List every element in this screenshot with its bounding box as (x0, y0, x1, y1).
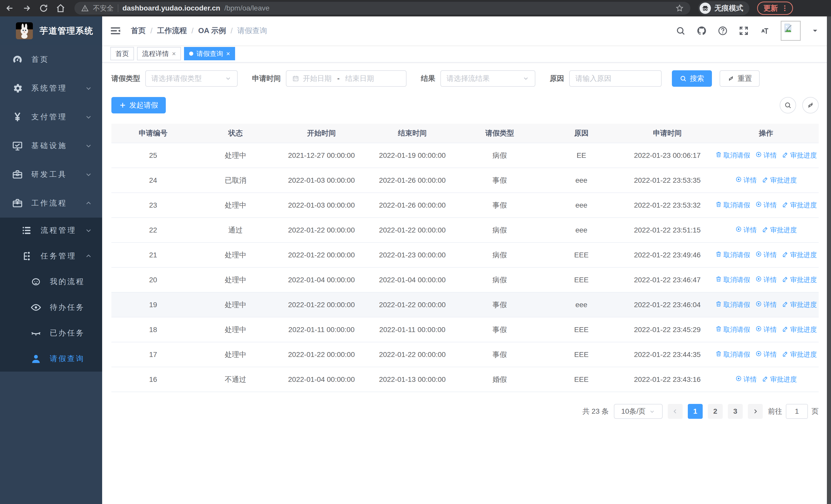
home-icon[interactable] (56, 4, 65, 13)
progress-link[interactable]: 审批进度 (782, 250, 817, 260)
user-avatar[interactable] (781, 21, 801, 41)
cancel-leave-link[interactable]: 取消请假 (715, 201, 750, 210)
sidebar-item-sub-1[interactable]: 任务管理 (0, 243, 102, 269)
sidebar-item-sub-2[interactable]: 我的流程 (0, 269, 102, 295)
page-button-2[interactable]: 2 (708, 404, 723, 419)
cancel-leave-link[interactable]: 取消请假 (715, 350, 750, 359)
progress-link[interactable]: 审批进度 (782, 325, 817, 334)
not-secure-label: 不安全 (93, 4, 114, 13)
breadcrumb-item[interactable]: 工作流程 (157, 26, 187, 36)
forward-icon[interactable] (22, 4, 31, 13)
sidebar-item-sub-4[interactable]: 已办任务 (0, 320, 102, 346)
cell-申请时间: 2022-01-23 00:06:17 (621, 151, 713, 159)
tab-label: 流程详情 (142, 49, 169, 58)
fullscreen-icon[interactable] (739, 26, 749, 36)
reload-icon[interactable] (39, 4, 48, 13)
cancel-leave-link[interactable]: 取消请假 (715, 250, 750, 260)
detail-link[interactable]: 详情 (755, 250, 777, 260)
detail-link[interactable]: 详情 (755, 151, 777, 160)
help-icon[interactable] (718, 26, 728, 36)
main-area: 首页/工作流程/OA 示例/请假查询 首页流程详情×请假查询× 请假类型 请选择… (102, 17, 831, 504)
app-logo[interactable]: 芋道管理系统 (0, 17, 102, 45)
action-label: 审批进度 (790, 350, 817, 359)
tab-首页[interactable]: 首页 (110, 47, 134, 60)
detail-link[interactable]: 详情 (735, 176, 757, 185)
cell-状态: 不通过 (195, 375, 276, 384)
cancel-leave-link[interactable]: 取消请假 (715, 325, 750, 334)
show-search-button[interactable] (780, 97, 796, 113)
breadcrumb-item[interactable]: OA 示例 (198, 26, 226, 36)
delete-icon (715, 151, 722, 159)
chevron-down-icon (85, 142, 92, 150)
progress-link[interactable]: 审批进度 (762, 176, 797, 185)
sidebar-item-top-3[interactable]: 基础设施 (0, 131, 102, 160)
action-label: 详情 (764, 275, 777, 284)
progress-link[interactable]: 审批进度 (782, 151, 817, 160)
chevron-down-icon[interactable] (811, 27, 819, 34)
start-date-placeholder: 开始日期 (303, 73, 332, 83)
cancel-leave-link[interactable]: 取消请假 (715, 275, 750, 284)
browser-update-button[interactable]: 更新 (757, 2, 793, 15)
progress-link[interactable]: 审批进度 (782, 300, 817, 309)
progress-link[interactable]: 审批进度 (782, 275, 817, 284)
briefcase-icon (12, 198, 23, 209)
bookmark-star-icon[interactable] (676, 4, 684, 12)
cell-原因: EEE (542, 376, 621, 384)
sidebar-item-label: 研发工具 (31, 169, 67, 180)
close-icon[interactable]: × (226, 50, 230, 57)
cancel-leave-link[interactable]: 取消请假 (715, 300, 750, 309)
font-size-icon[interactable] (760, 26, 770, 36)
detail-link[interactable]: 详情 (755, 325, 777, 334)
sidebar-item-sub-0[interactable]: 流程管理 (0, 217, 102, 243)
create-leave-button[interactable]: 发起请假 (111, 97, 166, 113)
detail-link[interactable]: 详情 (755, 300, 777, 309)
reset-button[interactable]: 重置 (720, 70, 760, 87)
github-icon[interactable] (696, 26, 707, 36)
next-page-button[interactable] (748, 404, 763, 419)
detail-link[interactable]: 详情 (755, 201, 777, 210)
page-button-1[interactable]: 1 (688, 404, 703, 419)
progress-link[interactable]: 审批进度 (782, 201, 817, 210)
cancel-leave-link[interactable]: 取消请假 (715, 151, 750, 160)
detail-link[interactable]: 详情 (755, 275, 777, 284)
sidebar-item-top-1[interactable]: 系统管理 (0, 74, 102, 102)
result-select[interactable]: 请选择流结果 (440, 70, 535, 87)
detail-link[interactable]: 详情 (735, 226, 757, 235)
progress-link[interactable]: 审批进度 (762, 226, 797, 235)
page-size-select[interactable]: 10条/页 (614, 404, 663, 419)
hamburger-icon[interactable] (110, 25, 121, 36)
progress-link[interactable]: 审批进度 (782, 350, 817, 359)
cell-结束时间: 2022-01-26 00:00:00 (367, 176, 458, 184)
sidebar-item-top-2[interactable]: 支付管理 (0, 102, 102, 131)
goto-page-input[interactable] (786, 404, 808, 419)
refresh-table-button[interactable] (802, 97, 819, 113)
cell-请假类型: 病假 (458, 225, 541, 235)
sidebar-item-top-5[interactable]: 工作流程 (0, 189, 102, 217)
sidebar-item-sub-5[interactable]: 请假查询 (0, 346, 102, 372)
date-range-picker[interactable]: 开始日期 - 结束日期 (286, 70, 406, 87)
progress-link[interactable]: 审批进度 (762, 375, 797, 384)
view-icon (755, 300, 762, 309)
search-button[interactable]: 搜索 (672, 70, 712, 87)
sidebar-item-sub-3[interactable]: 待办任务 (0, 295, 102, 320)
reason-input[interactable] (575, 75, 656, 83)
goto-page: 前往 页 (768, 404, 819, 419)
sidebar-item-top-4[interactable]: 研发工具 (0, 160, 102, 189)
url-bar[interactable]: 不安全 dashboard.yudao.iocoder.cn /bpm/oa/l… (75, 2, 690, 14)
back-icon[interactable] (5, 4, 15, 13)
breadcrumb-item[interactable]: 首页 (131, 26, 146, 36)
page-button-3[interactable]: 3 (728, 404, 743, 419)
tab-流程详情[interactable]: 流程详情× (137, 47, 181, 60)
prev-page-button[interactable] (668, 404, 683, 419)
sidebar-item-top-0[interactable]: 首页 (0, 45, 102, 74)
detail-link[interactable]: 详情 (735, 375, 757, 384)
sidebar-item-label: 已办任务 (50, 328, 85, 338)
action-label: 取消请假 (723, 300, 750, 309)
browser-scrollbar[interactable] (827, 17, 831, 504)
tab-请假查询[interactable]: 请假查询× (184, 47, 235, 60)
detail-link[interactable]: 详情 (755, 350, 777, 359)
cell-开始时间: 2022-01-22 00:00:00 (276, 301, 367, 309)
search-icon[interactable] (676, 26, 686, 36)
close-icon[interactable]: × (172, 50, 176, 57)
leave-type-select[interactable]: 请选择请假类型 (145, 70, 238, 87)
